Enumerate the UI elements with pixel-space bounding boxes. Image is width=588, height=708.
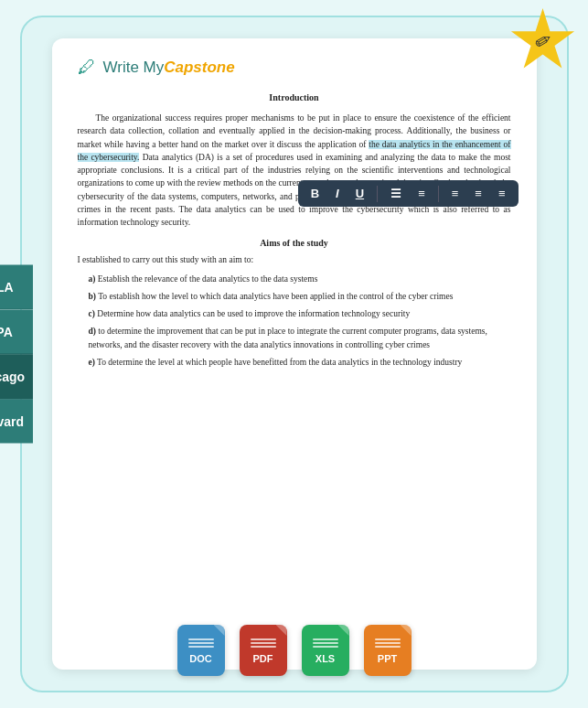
pdf-label: PDF [253,653,273,664]
logo-area: 🖊 Write MyCapstone [78,57,511,78]
logo-text: Write MyCapstone [103,59,235,77]
sidebar-item-apa[interactable]: APA [0,310,33,355]
ppt-icon[interactable]: PPT [364,625,412,676]
aims-list: a) Establish the relevance of the data a… [78,273,511,370]
aims-title: Aims of the study [78,236,511,250]
align-center-button[interactable]: ≡ [469,184,487,203]
pdf-lines [251,637,276,649]
toolbar-separator-1 [377,186,378,202]
aim-item-d: d) to determine the improvement that can… [78,325,511,351]
document-body: The organizational success requires prop… [78,112,511,369]
ppt-label: PPT [378,653,397,664]
badge: ✏ [510,8,576,74]
logo-icon: 🖊 [78,57,96,78]
ppt-lines [375,637,401,649]
align-left-button[interactable]: ≡ [446,184,465,203]
sidebar-item-mla[interactable]: MLA [0,265,33,310]
document-content: Introduction The organizational success … [78,91,511,369]
aims-intro: I established to carry out this study wi… [78,253,511,266]
highlighted-text: the data analytics in the enhancement of… [78,140,511,162]
formatting-toolbar: B I U ☰ ≡ ≡ ≡ ≡ [298,180,519,207]
align-right-button[interactable]: ≡ [493,184,511,203]
document: 🖊 Write MyCapstone B I U ☰ ≡ ≡ ≡ ≡ Intro… [52,38,537,670]
aim-item-b: b) To establish how the level to which d… [78,290,511,303]
xls-icon[interactable]: XLS [302,625,349,676]
bold-button[interactable]: B [305,184,325,203]
aim-item-a: a) Establish the relevance of the data a… [78,273,511,285]
unordered-list-button[interactable]: ☰ [385,184,407,203]
underline-button[interactable]: U [350,184,369,203]
pencil-icon: ✏ [529,27,556,56]
sidebar: MLA APA Chicago Harvard [0,265,33,444]
pdf-icon[interactable]: PDF [240,625,287,676]
outer-container: ✏ MLA APA Chicago Harvard 🖊 Write MyCaps… [20,16,569,692]
xls-label: XLS [315,653,335,664]
xls-lines [313,637,338,649]
logo-write: Write My [103,59,165,76]
badge-star: ✏ [510,8,576,74]
sidebar-item-harvard[interactable]: Harvard [0,400,33,444]
doc-lines [188,637,214,649]
doc-icon[interactable]: DOC [177,625,225,676]
aim-item-c: c) Determine how data analytics can be u… [78,307,511,320]
aim-item-e: e) To determine the level at which peopl… [78,356,511,369]
sidebar-item-chicago[interactable]: Chicago [0,355,33,400]
toolbar-separator-2 [438,186,439,202]
ordered-list-button[interactable]: ≡ [412,184,431,203]
intro-paragraph: The organizational success requires prop… [78,112,511,229]
doc-label: DOC [189,653,211,664]
file-icons-bar: DOC PDF XLS [177,625,412,676]
logo-capstone: Capstone [164,59,234,76]
document-title: Introduction [78,91,511,104]
italic-button[interactable]: I [330,184,345,203]
